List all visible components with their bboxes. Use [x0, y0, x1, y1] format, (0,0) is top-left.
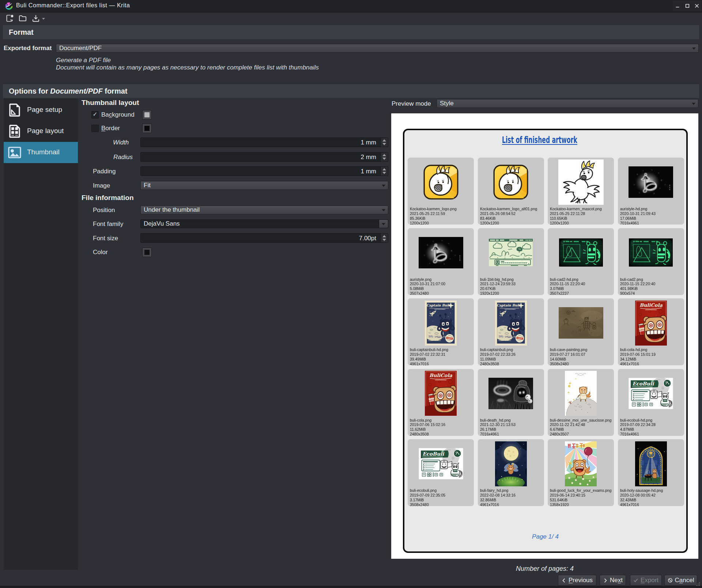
file-card[interactable]: Kockatoo-karmen_logo.png 2021-05-25 22:1…: [408, 158, 474, 225]
font-color-label: Color: [93, 249, 108, 256]
file-info: buli-captainbuli-hd.png 2019-07-02 22:32…: [410, 347, 448, 366]
file-card[interactable]: BuliCola BuliCola buli-cola-hd.png 2019-…: [618, 298, 684, 365]
font-family-combobox[interactable]: DejaVu Sans: [140, 219, 388, 228]
folder-open-icon[interactable]: [18, 14, 27, 23]
spin-up-icon[interactable]: [382, 168, 386, 170]
file-card[interactable]: auristyle-hd.png 2020-10-31 21:09:43 17.…: [618, 158, 684, 225]
file-information-group-label: File information: [82, 194, 134, 202]
file-size: 34.12MiB: [620, 357, 656, 362]
spin-buttons[interactable]: [380, 152, 388, 161]
file-card[interactable]: auristyle.png 2020-10-31 21:07:00 5.08Mi…: [408, 228, 474, 295]
file-card[interactable]: Kockatoo-karmen_logo_alt01.png 2021-05-2…: [478, 158, 544, 225]
file-name: buli-good_luck_for_your_exams.png: [550, 488, 611, 493]
file-info: Kockatoo-karmen_logo.png 2021-05-25 22:1…: [410, 207, 457, 226]
file-datetime: 2021-05-25 22:11:28: [550, 211, 602, 216]
file-card[interactable]: buli-death_hd.png 2021-12-30 21:13:53 26…: [478, 369, 544, 436]
file-card[interactable]: buli-dessine_moi_une_saucisse.png 2020-1…: [548, 369, 614, 436]
spin-down-icon[interactable]: [382, 172, 386, 174]
spin-buttons[interactable]: [380, 138, 388, 147]
position-label: Position: [93, 207, 115, 214]
background-color-button[interactable]: [142, 110, 152, 120]
file-card[interactable]: BuliCola BuliCola buli-cola.png 2019-07-…: [408, 369, 474, 436]
file-datetime: 2020-11-22 21:42:48: [550, 422, 611, 427]
save-dropdown-arrow-icon[interactable]: [41, 16, 46, 21]
file-datetime: 2020-11-15 22:20:40: [620, 282, 655, 286]
spin-down-icon[interactable]: [382, 239, 386, 241]
padding-spinbox[interactable]: 1 mm: [140, 166, 388, 176]
document-export-icon[interactable]: [5, 14, 14, 23]
download-save-icon[interactable]: [31, 14, 40, 23]
file-dimensions: 4961x7016: [410, 362, 448, 366]
radius-spinbox[interactable]: 2 mm: [140, 152, 388, 162]
maximize-button[interactable]: [683, 1, 692, 11]
svg-text:EcoBuli: EcoBuli: [422, 451, 445, 457]
border-color-button[interactable]: [142, 124, 152, 133]
font-family-value: DejaVu Sans: [144, 220, 180, 227]
sidebar-item-page-setup[interactable]: Page setup: [4, 99, 78, 121]
font-combo-button[interactable]: [379, 220, 388, 228]
file-card[interactable]: buli-1bit-big_hd.png 2021-12-24 23:59:33…: [478, 228, 544, 295]
sidebar-item-page-layout[interactable]: Page layout: [4, 121, 78, 142]
file-size: 83.46KiB: [480, 216, 537, 221]
next-label: Next: [610, 577, 623, 584]
export-button[interactable]: Export: [630, 575, 662, 586]
spin-down-icon[interactable]: [382, 143, 386, 145]
previous-button[interactable]: Previous: [558, 575, 596, 586]
spin-buttons[interactable]: [380, 234, 388, 242]
spin-up-icon[interactable]: [382, 235, 386, 237]
width-spinbox[interactable]: 1 mm: [140, 137, 388, 147]
background-checkbox[interactable]: ✓: [91, 111, 99, 118]
file-thumbnail-dessine: [548, 370, 614, 416]
file-card[interactable]: buli-fairy_hd.png 2022-02-08 14:33:16 32…: [478, 439, 544, 506]
resize-grip-icon[interactable]: [695, 581, 701, 587]
image-value: Fit: [144, 182, 151, 189]
cancel-button[interactable]: Cancel: [664, 575, 697, 586]
svg-text:BuliCola: BuliCola: [429, 373, 452, 378]
preview-mode-combobox[interactable]: Style: [437, 99, 698, 108]
file-card[interactable]: Kockatoo-karmen_mascot.png 2021-05-25 22…: [548, 158, 614, 225]
font-size-spinbox[interactable]: 7.00pt: [140, 233, 388, 243]
border-checkbox[interactable]: [91, 125, 99, 132]
file-card[interactable]: Captain Buli We want you! 100% buli-capt…: [478, 298, 544, 365]
window-title: Buli Commander::Export files list — Krit…: [16, 2, 130, 9]
file-thumbnail-ecobuli: EcoBuli: [618, 370, 684, 416]
file-name: buli-cola.png: [410, 418, 445, 423]
font-color-button[interactable]: [142, 248, 152, 257]
file-info: buli-1bit-big_hd.png 2021-12-24 23:59:33…: [480, 277, 516, 296]
file-dimensions: 3507x2480: [410, 291, 445, 296]
minimize-button[interactable]: [673, 1, 682, 11]
file-card[interactable]: EcoBuli buli-ecobuli.png 2019-07-09 22:3…: [408, 439, 474, 506]
file-datetime: 2019-07-06 15:02:16: [410, 422, 445, 427]
image-combobox[interactable]: Fit: [140, 181, 388, 190]
page-layout-icon: [7, 124, 22, 139]
font-size-label: Font size: [93, 235, 118, 242]
krita-app-icon: [5, 2, 13, 10]
next-button[interactable]: Next: [600, 575, 626, 586]
file-card[interactable]: buli-good_luck_for_your_exams.png 2019-0…: [548, 439, 614, 506]
spin-up-icon[interactable]: [382, 154, 386, 156]
file-datetime: 2021-12-30 21:13:53: [480, 422, 516, 427]
file-info: buli-cola-hd.png 2019-07-06 15:01:19 34.…: [620, 347, 656, 366]
file-size: 20.67KiB: [480, 286, 516, 291]
file-card[interactable]: Captain Buli We want you! 100% buli-capt…: [408, 298, 474, 365]
close-button[interactable]: [692, 1, 702, 11]
file-card[interactable]: buli-cad2-hd.png 2020-11-15 22:20:40 3.0…: [548, 228, 614, 295]
font-size-value: 7.00pt: [359, 235, 376, 242]
spin-up-icon[interactable]: [382, 139, 386, 142]
width-label: Width: [113, 139, 129, 146]
cancel-label: Cancel: [675, 577, 694, 584]
file-card[interactable]: EcoBuli buli-ecobuli-hd.png 2019-07-09 2…: [618, 369, 684, 436]
exported-format-combobox[interactable]: Document/PDF: [56, 44, 699, 53]
file-card[interactable]: buli-holy-sausage-hd.png 2020-12-08 00:0…: [618, 439, 684, 506]
file-thumbnail-death: [478, 370, 544, 416]
spin-buttons[interactable]: [380, 167, 388, 176]
position-combobox[interactable]: Under the thumbnail: [140, 206, 388, 214]
sidebar-item-thumbnail[interactable]: Thumbnail: [4, 142, 78, 163]
spin-down-icon[interactable]: [382, 158, 386, 160]
file-card[interactable]: buli-cave-painting.png 2019-07-27 16:01:…: [548, 298, 614, 365]
file-card[interactable]: buli-cad2.png 2020-11-15 22:20:40 401.98…: [618, 228, 684, 295]
file-name: buli-holy-sausage-hd.png: [620, 488, 663, 493]
file-dimensions: 4961x7016: [480, 502, 516, 507]
file-info: buli-cad2-hd.png 2020-11-15 22:20:40 3.0…: [550, 277, 585, 296]
file-name: buli-dessine_moi_une_saucisse.png: [550, 418, 611, 423]
